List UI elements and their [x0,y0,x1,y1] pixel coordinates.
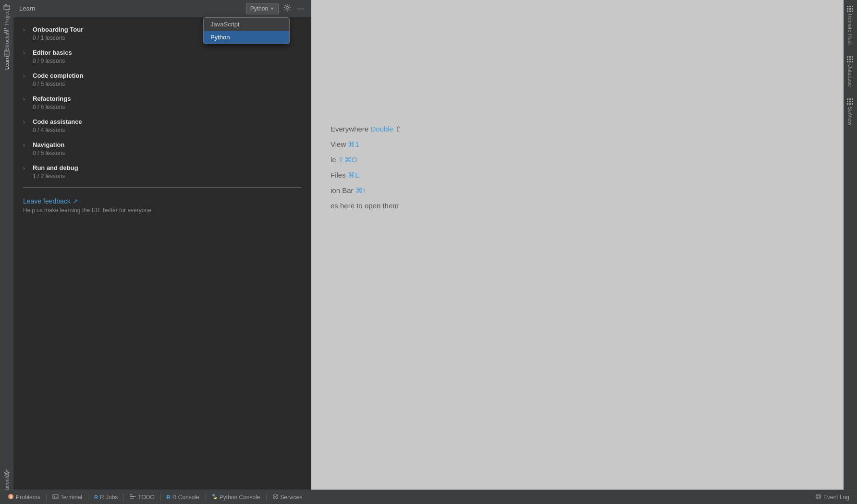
left-panel-structure-label[interactable]: Structure [2,24,12,56]
status-separator-5 [205,493,206,501]
course-item-header: › Editor basics [23,49,302,56]
remote-host-label[interactable]: Remote Host [847,14,853,45]
content-prefix-6: es here to open them [331,202,399,210]
course-item-header: › Navigation [23,141,302,148]
course-title: Code completion [33,72,83,79]
course-item-run-debug[interactable]: › Run and debug 1 / 2 lessons [13,160,311,183]
sciview-label[interactable]: SciView [847,107,853,125]
svg-point-20 [816,494,820,499]
status-separator-3 [123,493,124,501]
course-subtitle: 0 / 9 lessons [23,58,302,64]
right-sidebar-remote-host[interactable]: Remote Host [844,0,857,50]
status-event-log-label: Event Log [823,494,849,501]
feedback-link-text: Leave feedback ↗ [23,197,78,205]
settings-gear-button[interactable] [282,3,292,14]
course-title: Editor basics [33,49,72,56]
right-sidebar-sciview[interactable]: SciView [844,93,857,131]
chevron-right-icon: › [23,119,29,125]
right-sidebar-database[interactable]: Database [844,50,857,93]
svg-rect-10 [53,494,58,499]
course-item-header: › Code completion [23,72,302,79]
content-lines: Everywhere Double ⇧ View ⌘1 le ⇧⌘O Files… [321,125,834,210]
course-item-code-completion[interactable]: › Code completion 0 / 5 lessons [13,68,311,91]
language-dropdown-button[interactable]: Python ▼ [246,3,279,14]
svg-point-18 [215,497,216,498]
status-bar: ℹ Problems Terminal R R Jobs TODO [0,490,857,504]
content-line-5: ion Bar ⌘↑ [331,186,834,195]
content-blue-2: ⌘1 [348,140,359,148]
content-prefix-5: ion Bar [331,186,355,194]
status-services[interactable]: Services [269,492,306,503]
svg-rect-16 [213,495,216,498]
svg-point-17 [213,494,214,495]
content-blue-5: ⌘↑ [355,186,367,194]
status-terminal[interactable]: Terminal [49,492,86,503]
content-prefix-3: le [331,156,338,164]
content-area: Everywhere Double ⇧ View ⌘1 le ⇧⌘O Files… [311,0,844,490]
content-line-6: es here to open them [331,202,834,210]
course-subtitle: 0 / 6 lessons [23,104,302,110]
content-blue-3: ⇧⌘O [338,156,357,164]
svg-point-21 [817,495,820,498]
panel-header: Learn Python ▼ — Java [13,0,311,17]
course-item-code-assistance[interactable]: › Code assistance 0 / 4 lessons [13,114,311,137]
divider [23,187,302,188]
svg-point-7 [286,7,289,9]
course-item-refactorings[interactable]: › Refactorings 0 / 6 lessons [13,91,311,114]
course-item-header: › Code assistance [23,118,302,125]
left-panel: Project Structure Lear [0,0,13,490]
status-python-console[interactable]: Python Console [208,492,264,503]
content-line-1: Everywhere Double ⇧ [331,125,834,133]
status-todo[interactable]: TODO [126,492,158,503]
chevron-right-icon: › [23,165,29,171]
svg-rect-11 [130,494,132,495]
collapse-button[interactable]: — [296,4,306,13]
right-sidebar: Remote Host Database [844,0,857,490]
chevron-right-icon: › [23,27,29,33]
content-prefix-2: View [331,140,348,148]
database-label[interactable]: Database [847,64,853,87]
status-separator-1 [46,493,47,501]
course-subtitle: 0 / 4 lessons [23,127,302,133]
todo-icon [130,493,136,501]
course-item-navigation[interactable]: › Navigation 0 / 5 lessons [13,137,311,160]
chevron-right-icon: › [23,96,29,102]
left-panel-favorites-label[interactable]: Favorites [2,467,12,490]
problems-icon: ℹ [8,493,14,501]
status-r-jobs[interactable]: R R Jobs [90,492,122,503]
left-panel-learn-label[interactable]: Learn [2,51,12,74]
status-event-log[interactable]: Event Log [811,492,853,503]
course-item-header: › Run and debug [23,164,302,171]
status-separator-2 [88,493,88,501]
course-title: Code assistance [33,118,82,125]
status-terminal-label: Terminal [61,494,82,501]
chevron-right-icon: › [23,50,29,56]
feedback-description: Help us make learning the IDE better for… [23,207,302,214]
content-suffix-1: ⇧ [395,125,402,133]
status-problems[interactable]: ℹ Problems [4,492,44,503]
services-icon [272,493,279,501]
course-title: Refactorings [33,95,71,102]
leave-feedback-link[interactable]: Leave feedback ↗ [23,197,302,205]
svg-rect-12 [130,496,135,497]
learn-panel: Learn Python ▼ — Java [13,0,311,490]
status-separator-6 [266,493,267,501]
terminal-icon [52,493,59,501]
content-line-4: Files ⌘E [331,171,834,180]
status-todo-label: TODO [138,494,154,501]
course-list: › Onboarding Tour 0 / 1 lessons › Editor… [13,17,311,490]
dropdown-item-python[interactable]: Python [204,31,289,44]
content-blue-4: ⌘E [348,171,360,179]
course-subtitle: 0 / 5 lessons [23,81,302,87]
dropdown-item-javascript[interactable]: JavaScript [204,18,289,31]
database-icon [847,56,854,63]
status-r-console[interactable]: R R Console [163,492,203,503]
content-blue-1: Double [370,125,393,133]
content-prefix-4: Files [331,171,348,179]
chevron-right-icon: › [23,73,29,79]
status-r-console-label: R Console [172,494,199,501]
status-problems-label: Problems [16,494,40,501]
chevron-right-icon: › [23,142,29,148]
content-line-2: View ⌘1 [331,140,834,149]
course-item-editor-basics[interactable]: › Editor basics 0 / 9 lessons [13,45,311,68]
